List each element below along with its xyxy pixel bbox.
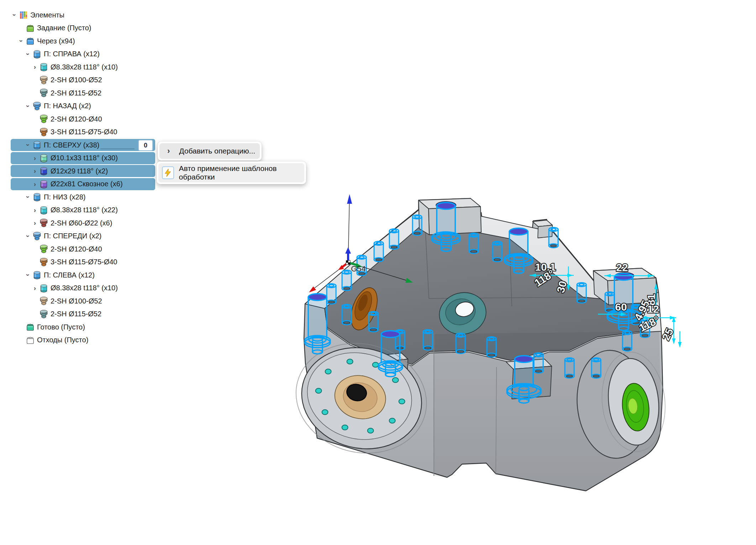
hole-overlay[interactable] xyxy=(342,270,351,291)
tree-row[interactable]: ›П: СПРАВА (x12) xyxy=(0,48,102,60)
wcs-label: G54 xyxy=(351,264,366,273)
tree-row[interactable]: ›Ø8.38x28 t118° (x22) xyxy=(0,204,120,216)
tree-row[interactable]: 2-SH Ø115-Ø52 xyxy=(0,308,104,320)
tree-row[interactable]: Готово (Пусто) xyxy=(0,321,87,333)
hole-overlay[interactable] xyxy=(605,292,614,312)
bolt-hole[interactable] xyxy=(389,418,395,423)
tree-row[interactable]: ›Ø22x81 Сквозное (x6) xyxy=(11,178,155,190)
bolt-hole[interactable] xyxy=(342,425,348,430)
hole-overlay[interactable] xyxy=(423,330,432,350)
tree-item-label: П: СЛЕВА (x12) xyxy=(44,271,97,279)
chevron-down-icon[interactable]: › xyxy=(23,50,33,58)
hole-overlay[interactable] xyxy=(549,228,558,248)
tree-row[interactable]: ›Ø8.38x28 t118° (x10) xyxy=(0,282,120,294)
chevron-right-icon[interactable]: › xyxy=(30,206,40,214)
chevron-down-icon[interactable]: › xyxy=(23,193,33,201)
tree-row[interactable]: 2-SH Ø100-Ø52 xyxy=(0,295,104,307)
bolt-hole[interactable] xyxy=(316,388,322,393)
tree-row[interactable]: 2-SH Ø100-Ø52 xyxy=(0,74,104,86)
tree-row[interactable]: 2-SH Ø120-Ø40 xyxy=(0,243,104,255)
tree-row[interactable]: 3-SH Ø115-Ø75-Ø40 xyxy=(0,256,120,268)
hole-overlay[interactable] xyxy=(592,358,601,378)
bolt-hole[interactable] xyxy=(393,378,399,383)
submenu-arrow-icon: › xyxy=(167,146,170,156)
chevron-spacer xyxy=(30,115,40,123)
hole-overlay[interactable] xyxy=(369,312,378,332)
chevron-down-icon[interactable]: › xyxy=(17,37,26,45)
chevron-down-icon[interactable]: › xyxy=(23,102,33,110)
bolt-hole[interactable] xyxy=(322,410,328,415)
chevron-right-icon[interactable]: › xyxy=(30,284,40,292)
plug-icon xyxy=(33,102,41,111)
dimension-label: 60 xyxy=(615,301,627,313)
bolt-hole[interactable] xyxy=(399,399,405,404)
tree-item-label: 2-SH Ø100-Ø52 xyxy=(51,76,104,84)
chevron-down-icon[interactable]: › xyxy=(23,271,33,279)
bolt-hole[interactable] xyxy=(347,359,353,364)
chevron-down-icon[interactable]: › xyxy=(23,141,33,149)
tree-row[interactable]: Отходы (Пусто) xyxy=(0,334,90,346)
tree-row[interactable]: ›Ø10.1x33 t118° (x30) xyxy=(11,152,155,164)
bolt-hole[interactable] xyxy=(373,362,379,367)
count-badge[interactable]: 0 xyxy=(138,140,153,151)
chevron-spacer xyxy=(30,128,40,136)
tree-row[interactable]: ›П: НАЗАД (x2) xyxy=(0,100,93,112)
hole-overlay[interactable] xyxy=(374,242,383,262)
hole-overlay[interactable] xyxy=(487,337,496,357)
plug-icon xyxy=(40,128,48,137)
tree-row[interactable]: 2-SH Ø120-Ø40 xyxy=(0,113,104,125)
hole-overlay[interactable] xyxy=(342,305,351,325)
tree-row[interactable]: ›Ø12x29 t118° (x2) xyxy=(11,165,155,177)
tree-item-label: Отходы (Пусто) xyxy=(37,336,90,344)
plug-icon xyxy=(40,310,48,319)
chevron-right-icon[interactable]: › xyxy=(30,180,40,188)
chevron-right-icon[interactable]: › xyxy=(30,219,40,227)
cylinder-icon xyxy=(33,270,41,280)
tree-row[interactable]: 3-SH Ø115-Ø75-Ø40 xyxy=(0,126,120,138)
chevron-right-icon[interactable]: › xyxy=(30,167,40,175)
tree-item-label: П: СВЕРХУ (x38) xyxy=(44,141,101,149)
tree-item-label: 2-SH Ø100-Ø52 xyxy=(51,297,104,305)
chevron-right-icon[interactable]: › xyxy=(30,154,40,162)
hole-overlay[interactable] xyxy=(389,229,399,249)
hole-overlay[interactable] xyxy=(413,215,422,235)
tree-row[interactable]: 2-SH Ø115-Ø52 xyxy=(0,87,104,99)
tree-item-label: Через (x94) xyxy=(37,37,77,45)
plug-icon xyxy=(40,258,48,267)
dimension-label: 12 xyxy=(647,303,659,315)
bolt-hole[interactable] xyxy=(325,369,331,374)
tree-row[interactable]: ›2-SH Ø60-Ø22 (x6) xyxy=(0,217,114,229)
hole-overlay[interactable] xyxy=(469,233,478,254)
plug-icon xyxy=(40,296,48,306)
tree-item-label: Элементы xyxy=(30,11,67,19)
chevron-right-icon[interactable]: › xyxy=(30,63,40,71)
hole-overlay[interactable] xyxy=(577,283,586,303)
hole-overlay[interactable] xyxy=(456,333,465,354)
tree-item-label: П: НАЗАД (x2) xyxy=(44,102,93,110)
hole-overlay[interactable] xyxy=(493,242,502,262)
tree-item-label: Ø10.1x33 t118° (x30) xyxy=(51,154,120,162)
plug-icon xyxy=(40,244,48,254)
tree-row[interactable]: ›Ø8.38x28 t118° (x10) xyxy=(0,61,120,73)
hole-overlay[interactable] xyxy=(565,358,574,378)
context-menu: › Добавить операцию... xyxy=(158,141,262,161)
chevron-down-icon[interactable]: › xyxy=(23,232,33,240)
plug-icon xyxy=(40,218,48,228)
tree-item-label: Ø8.38x28 t118° (x10) xyxy=(51,63,120,71)
hole-overlay[interactable] xyxy=(534,353,543,373)
menu-item-add-operation[interactable]: › Добавить операцию... xyxy=(159,143,260,159)
tree-row[interactable]: ›П: СЛЕВА (x12) xyxy=(0,269,97,281)
tree-row[interactable]: ›Через (x94) xyxy=(0,35,77,47)
tree-row[interactable]: ›П: СПЕРЕДИ (x2) xyxy=(0,230,104,242)
cylinder-icon xyxy=(40,154,48,163)
menu-item-auto-templates[interactable]: Авто применение шаблонов обработки xyxy=(158,163,304,182)
bolt-hole[interactable] xyxy=(368,428,374,433)
basket-icon xyxy=(26,36,35,46)
tree-row[interactable]: ›П: НИЗ (x28) xyxy=(0,191,88,203)
hole-overlay[interactable] xyxy=(327,284,336,304)
tree-row[interactable]: Задание (Пусто) xyxy=(0,22,93,34)
chevron-down-icon[interactable]: › xyxy=(10,11,19,19)
tree-row[interactable]: ›П: СВЕРХУ (x38)0 xyxy=(11,139,155,151)
tree-row[interactable]: ›Элементы xyxy=(0,9,67,21)
hole-overlay[interactable] xyxy=(623,331,632,351)
